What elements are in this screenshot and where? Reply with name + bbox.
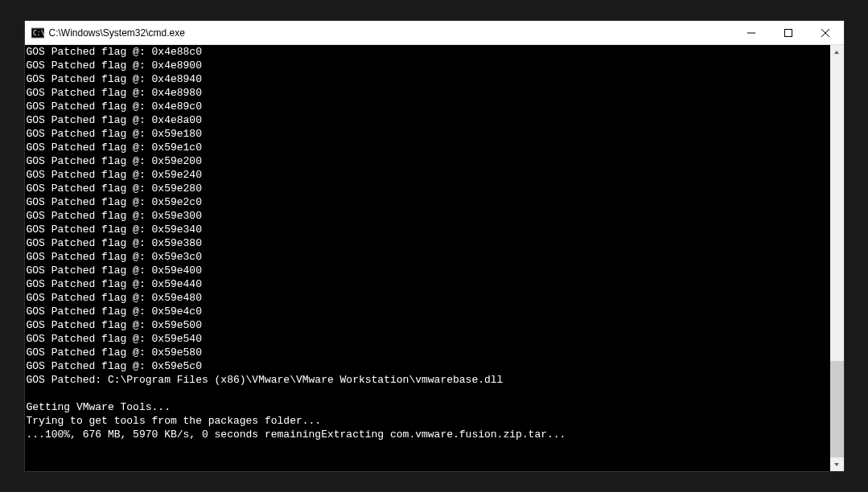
terminal-line: GOS Patched flag @: 0x59e4c0 bbox=[27, 305, 829, 318]
scrollbar-thumb[interactable] bbox=[830, 361, 844, 457]
terminal-line: Trying to get tools from the packages fo… bbox=[27, 414, 829, 428]
terminal-line: GOS Patched flag @: 0x4e8940 bbox=[27, 72, 829, 86]
window-title: C:\Windows\System32\cmd.exe bbox=[49, 27, 185, 39]
terminal-line: ...100%, 676 MB, 5970 KB/s, 0 seconds re… bbox=[27, 428, 829, 441]
terminal-line: GOS Patched flag @: 0x59e180 bbox=[27, 127, 829, 141]
terminal-line: Getting VMware Tools... bbox=[27, 400, 829, 414]
terminal-line: GOS Patched flag @: 0x59e1c0 bbox=[27, 141, 829, 154]
window-controls bbox=[733, 21, 844, 44]
terminal-line bbox=[27, 387, 829, 400]
terminal-line: GOS Patched flag @: 0x59e2c0 bbox=[27, 195, 829, 209]
terminal-body: GOS Patched flag @: 0x4e88c0GOS Patched … bbox=[25, 45, 844, 471]
titlebar[interactable]: C:\ C:\Windows\System32\cmd.exe bbox=[25, 21, 844, 45]
terminal-line: GOS Patched flag @: 0x4e8a00 bbox=[27, 113, 829, 127]
close-button[interactable] bbox=[807, 21, 844, 44]
terminal-line: GOS Patched flag @: 0x59e340 bbox=[27, 223, 829, 236]
terminal-line: GOS Patched flag @: 0x4e8980 bbox=[27, 86, 829, 100]
maximize-button[interactable] bbox=[770, 21, 807, 44]
scrollbar-down-arrow[interactable] bbox=[830, 457, 844, 471]
terminal-line: GOS Patched flag @: 0x59e580 bbox=[27, 346, 829, 359]
svg-rect-3 bbox=[784, 29, 792, 36]
terminal-line: GOS Patched flag @: 0x4e89c0 bbox=[27, 100, 829, 113]
terminal-line: GOS Patched flag @: 0x59e400 bbox=[27, 264, 829, 277]
terminal-line: GOS Patched flag @: 0x59e380 bbox=[27, 236, 829, 250]
terminal-line: GOS Patched flag @: 0x4e88c0 bbox=[27, 45, 829, 59]
minimize-button[interactable] bbox=[733, 21, 770, 44]
scrollbar[interactable] bbox=[830, 45, 844, 471]
cmd-icon: C:\ bbox=[31, 27, 44, 39]
terminal-line: GOS Patched flag @: 0x4e8900 bbox=[27, 59, 829, 72]
scrollbar-up-arrow[interactable] bbox=[830, 45, 844, 59]
terminal-line: GOS Patched flag @: 0x59e240 bbox=[27, 168, 829, 182]
terminal-line: GOS Patched flag @: 0x59e500 bbox=[27, 318, 829, 332]
terminal-output[interactable]: GOS Patched flag @: 0x4e88c0GOS Patched … bbox=[25, 45, 830, 471]
command-prompt-window: C:\ C:\Windows\System32\cmd.exe GOS Patc… bbox=[24, 20, 845, 472]
terminal-line: GOS Patched flag @: 0x59e440 bbox=[27, 277, 829, 291]
terminal-line: GOS Patched flag @: 0x59e5c0 bbox=[27, 359, 829, 373]
terminal-line: GOS Patched flag @: 0x59e480 bbox=[27, 291, 829, 305]
terminal-line: GOS Patched flag @: 0x59e300 bbox=[27, 209, 829, 223]
terminal-line: GOS Patched flag @: 0x59e3c0 bbox=[27, 250, 829, 264]
terminal-line: GOS Patched flag @: 0x59e540 bbox=[27, 332, 829, 346]
terminal-line: GOS Patched: C:\Program Files (x86)\VMwa… bbox=[27, 373, 829, 387]
terminal-line: GOS Patched flag @: 0x59e280 bbox=[27, 182, 829, 195]
terminal-line: GOS Patched flag @: 0x59e200 bbox=[27, 154, 829, 168]
svg-text:C:\: C:\ bbox=[33, 30, 44, 37]
